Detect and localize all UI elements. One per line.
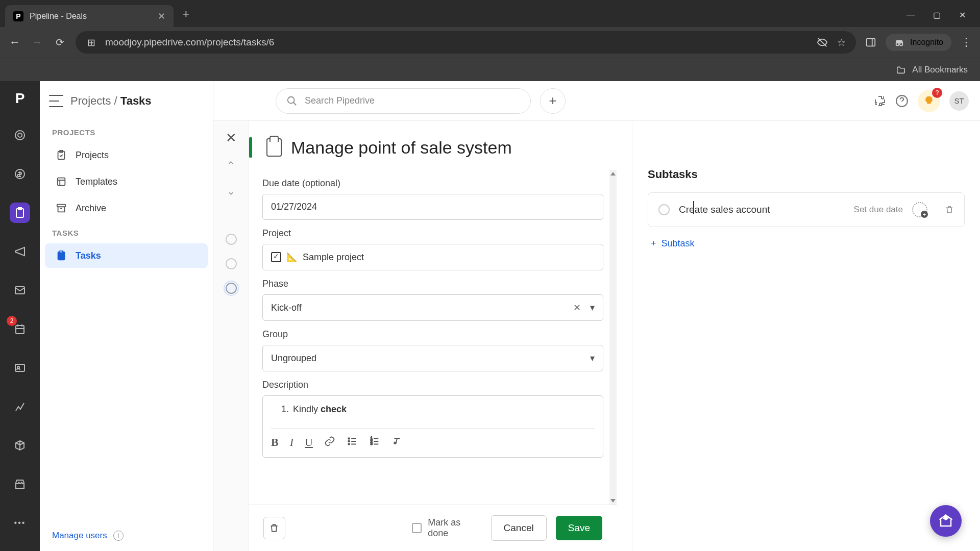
svg-point-17 <box>288 96 295 103</box>
info-icon[interactable]: i <box>113 531 124 541</box>
bold-icon[interactable]: B <box>271 436 279 449</box>
form-footer: Mark as done Cancel Save <box>249 505 617 551</box>
delete-subtask-icon[interactable] <box>945 205 954 214</box>
rail-activities-icon[interactable]: 2 <box>10 319 30 339</box>
text-cursor <box>693 201 694 214</box>
save-button[interactable]: Save <box>556 516 602 540</box>
tips-badge: ? <box>932 88 942 98</box>
subtask-item[interactable]: Create sales account Set due date <box>648 192 965 227</box>
phase-select[interactable]: Kick-off ✕ ▾ <box>262 294 603 321</box>
task-row-radio[interactable] <box>226 283 237 294</box>
svg-point-6 <box>18 133 22 137</box>
tasks-icon <box>55 249 67 262</box>
eye-off-icon[interactable] <box>817 37 828 48</box>
breadcrumb-current: Tasks <box>120 94 152 107</box>
delete-button[interactable] <box>263 517 285 539</box>
group-select[interactable]: Ungrouped ▾ <box>262 345 603 371</box>
due-date-input[interactable]: 01/27/2024 <box>262 194 603 220</box>
italic-icon[interactable]: I <box>290 436 293 449</box>
rail-deals-icon[interactable] <box>10 164 30 184</box>
chevron-down-icon[interactable]: ▾ <box>590 353 595 364</box>
subtask-checkbox[interactable] <box>658 204 670 215</box>
reload-button[interactable]: ⟳ <box>53 36 66 48</box>
task-row-radio[interactable] <box>226 234 237 245</box>
extension-icon[interactable] <box>874 95 886 107</box>
svg-rect-11 <box>15 364 24 371</box>
svg-point-3 <box>896 43 899 46</box>
search-placeholder: Search Pipedrive <box>305 95 375 106</box>
incognito-badge[interactable]: Incognito <box>886 34 951 51</box>
tips-button[interactable]: ? <box>918 90 940 112</box>
scroll-down-icon[interactable] <box>610 499 616 503</box>
minimize-icon[interactable]: — <box>906 10 915 20</box>
cancel-button[interactable]: Cancel <box>491 515 547 541</box>
browser-menu-icon[interactable]: ⋮ <box>961 36 972 49</box>
description-editor[interactable]: 1.Kindly check B I U 123 <box>262 395 603 458</box>
assign-user-icon[interactable] <box>912 202 927 217</box>
rail-contacts-icon[interactable] <box>10 358 30 378</box>
site-settings-icon[interactable]: ⊞ <box>86 37 97 48</box>
mark-done-checkbox[interactable]: Mark as done <box>412 517 482 539</box>
avatar[interactable]: ST <box>949 91 969 111</box>
bullet-list-icon[interactable] <box>347 436 358 449</box>
task-row-radio[interactable] <box>226 258 237 269</box>
rail-insights-icon[interactable] <box>10 396 30 417</box>
clear-icon[interactable]: ✕ <box>573 302 581 313</box>
add-subtask-button[interactable]: + Subtask <box>648 238 965 249</box>
help-fab[interactable] <box>930 505 962 537</box>
scrollbar[interactable] <box>609 170 617 505</box>
underline-icon[interactable]: U <box>305 436 313 449</box>
close-tab-icon[interactable]: ✕ <box>158 11 165 22</box>
svg-point-20 <box>348 441 350 442</box>
help-icon[interactable] <box>895 94 909 108</box>
close-window-icon[interactable]: ✕ <box>959 10 966 20</box>
chevron-down-icon[interactable]: ⌃ <box>227 185 235 197</box>
forward-button: → <box>31 36 44 49</box>
link-icon[interactable] <box>324 436 335 449</box>
rail-products-icon[interactable] <box>10 435 30 456</box>
browser-tab[interactable]: P Pipeline - Deals ✕ <box>5 5 174 27</box>
clear-format-icon[interactable] <box>391 436 403 449</box>
manage-users-link[interactable]: Manage users i <box>40 520 213 551</box>
sidebar-item-projects[interactable]: Projects <box>45 143 208 167</box>
maximize-icon[interactable]: ▢ <box>933 10 941 20</box>
add-button[interactable]: + <box>540 88 566 114</box>
collapse-sidebar-icon[interactable] <box>49 95 63 107</box>
group-label: Group <box>262 329 603 340</box>
sidebar-item-archive[interactable]: Archive <box>45 196 208 220</box>
sidebar-item-templates[interactable]: Templates <box>45 169 208 194</box>
sidebar-item-tasks[interactable]: Tasks <box>45 243 208 268</box>
clipboard-icon <box>266 138 282 157</box>
rail-projects-icon[interactable] <box>10 203 30 223</box>
rail-mail-icon[interactable] <box>10 280 30 300</box>
flag-icon: 📐 <box>286 252 298 263</box>
task-title[interactable]: Manage point of sale system <box>291 138 512 158</box>
all-bookmarks-link[interactable]: All Bookmarks <box>912 65 968 75</box>
close-icon[interactable]: ✕ <box>226 130 237 146</box>
search-input[interactable]: Search Pipedrive <box>276 88 531 114</box>
rail-marketplace-icon[interactable] <box>10 474 30 494</box>
logo[interactable]: P <box>15 90 25 107</box>
chevron-up-icon[interactable]: ⌃ <box>227 159 235 171</box>
rail-more-icon[interactable]: ••• <box>10 513 30 533</box>
numbered-list-icon[interactable]: 123 <box>369 436 380 449</box>
breadcrumb-root[interactable]: Projects <box>70 94 111 107</box>
archive-icon <box>55 202 67 214</box>
address-bar[interactable]: ⊞ moodjoy.pipedrive.com/projects/tasks/6… <box>76 31 856 54</box>
rail-target-icon[interactable] <box>10 125 30 145</box>
star-icon[interactable]: ☆ <box>837 37 846 48</box>
back-button[interactable]: ← <box>8 36 21 49</box>
breadcrumb: Projects / Tasks <box>70 94 152 108</box>
svg-point-19 <box>348 438 350 439</box>
scroll-up-icon[interactable] <box>610 172 616 176</box>
set-due-date-link[interactable]: Set due date <box>854 205 903 215</box>
project-select[interactable]: 📐 Sample project <box>262 244 603 270</box>
chevron-down-icon[interactable]: ▾ <box>590 302 595 313</box>
subtask-text[interactable]: Create sales account <box>679 204 845 215</box>
svg-rect-10 <box>16 325 24 334</box>
svg-point-4 <box>900 43 903 46</box>
side-panel-icon[interactable] <box>865 37 876 48</box>
rail-campaigns-icon[interactable] <box>10 241 30 262</box>
svg-rect-15 <box>57 205 66 207</box>
new-tab-button[interactable]: + <box>183 8 189 21</box>
